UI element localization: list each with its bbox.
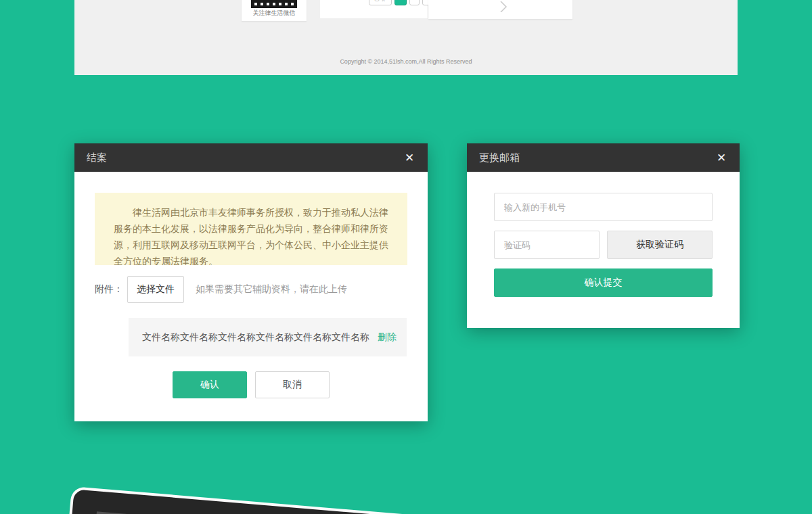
change-email-modal: 更换邮箱 ✕ 获取验证码 确认提交 — [467, 143, 740, 328]
close-case-modal-body: 律生活网由北京市丰友律师事务所授权，致力于推动私人法律服务的本土化发展，以法律服… — [74, 172, 428, 421]
verification-code-input[interactable] — [494, 231, 600, 259]
page-footer-section: 关注律生活微信 ⎙ ☆ Copyright © 2014,51lsh.com,A… — [74, 0, 738, 75]
share-active-button[interactable] — [394, 0, 407, 5]
laptop-screen — [66, 511, 670, 514]
verification-row: 获取验证码 — [494, 231, 713, 259]
new-phone-input[interactable] — [494, 193, 713, 221]
share-toolbar-card: ⎙ ☆ — [320, 0, 428, 18]
change-email-modal-header: 更换邮箱 ✕ — [467, 143, 740, 172]
choose-file-button[interactable]: 选择文件 — [127, 276, 184, 303]
qr-code-image — [251, 0, 297, 8]
close-case-modal: 结案 ✕ 律生活网由北京市丰友律师事务所授权，致力于推动私人法律服务的本土化发展… — [74, 143, 428, 421]
delete-file-link[interactable]: 删除 — [378, 331, 397, 344]
change-email-modal-body: 获取验证码 确认提交 — [467, 172, 740, 328]
qr-caption: 关注律生活微信 — [242, 9, 307, 18]
attachment-row: 附件： 选择文件 如果需要其它辅助资料，请在此上传 — [95, 276, 407, 303]
wechat-qr-card: 关注律生活微信 — [242, 0, 307, 21]
uploaded-file-name: 文件名称文件名称文件名称文件名称文件名称文件名称 — [142, 331, 378, 344]
laptop-image — [38, 486, 699, 514]
laptop-bezel — [41, 489, 696, 514]
modal-actions: 确认 取消 — [95, 371, 407, 398]
change-email-modal-title: 更换邮箱 — [479, 151, 520, 164]
copyright-text: Copyright © 2014,51lsh.com,All Rights Re… — [74, 58, 738, 65]
upload-hint: 如果需要其它辅助资料，请在此上传 — [196, 283, 347, 296]
share-toolbar: ⎙ ☆ — [369, 0, 432, 5]
close-icon[interactable]: ✕ — [401, 143, 418, 172]
close-icon[interactable]: ✕ — [713, 143, 730, 172]
close-case-modal-header: 结案 ✕ — [74, 143, 428, 172]
chevron-right-icon[interactable] — [499, 1, 508, 15]
confirm-submit-button[interactable]: 确认提交 — [494, 268, 713, 297]
print-star-buttons[interactable]: ⎙ ☆ — [369, 0, 392, 5]
confirm-button[interactable]: 确认 — [173, 371, 247, 398]
carousel-card — [428, 0, 572, 19]
star-icon: ☆ — [381, 0, 386, 3]
notice-box: 律生活网由北京市丰友律师事务所授权，致力于推动私人法律服务的本土化发展，以法律服… — [95, 193, 407, 265]
get-code-button[interactable]: 获取验证码 — [607, 231, 713, 259]
printer-icon: ⎙ — [375, 0, 379, 3]
attachment-label: 附件： — [95, 283, 127, 296]
cancel-button[interactable]: 取消 — [255, 371, 330, 398]
uploaded-file-row: 文件名称文件名称文件名称文件名称文件名称文件名称 删除 — [129, 318, 407, 356]
share-button-1[interactable] — [409, 0, 420, 5]
close-case-modal-title: 结案 — [87, 151, 107, 164]
